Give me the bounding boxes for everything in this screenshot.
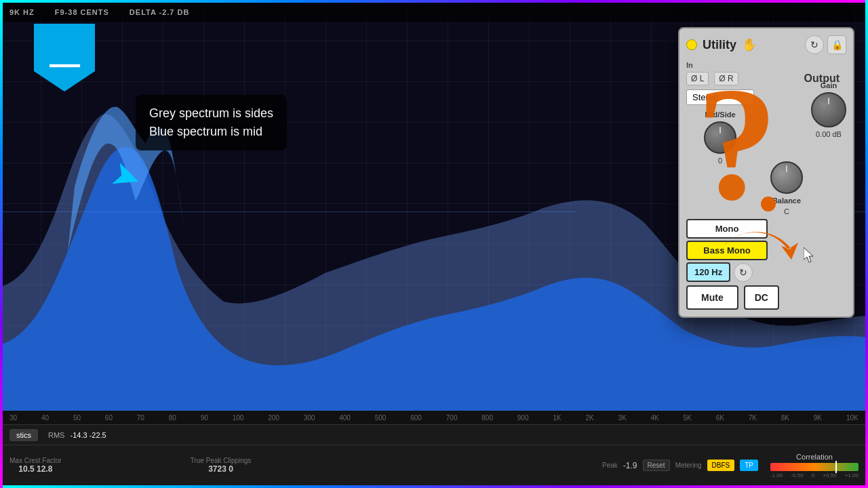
mono-button[interactable]: Mono <box>686 219 768 239</box>
bass-mono-button[interactable]: Bass Mono <box>686 241 768 260</box>
freq-label-500: 500 <box>375 414 387 422</box>
correlation-scale: -1.00 -0.50 0 +0.50 +1.00 <box>770 472 859 479</box>
freq-label-10K: 10K <box>846 414 859 422</box>
freq-label-30: 30 <box>9 414 17 422</box>
rainbow-border-right <box>865 0 868 488</box>
freq-label-9K: 9K <box>814 414 822 422</box>
phase-r-button[interactable]: Ø R <box>714 72 738 85</box>
phase-l-button[interactable]: Ø L <box>686 72 709 85</box>
utility-panel: Utility ✋ ↻ 🔒 Output In Ø L Ø R Stereo M… <box>678 27 854 318</box>
note-label: F9-38 CENTS <box>55 8 109 16</box>
mid-value: 0 <box>718 157 722 165</box>
status-bar-top: stics RMS -14.3 -22.5 <box>3 425 865 445</box>
gain-section: Gain 0.00 dB <box>811 81 846 138</box>
rms-value: -14.3 -22.5 <box>71 431 106 439</box>
phase-buttons-row: Ø L Ø R <box>686 72 754 85</box>
freq-label-300: 300 <box>304 414 315 422</box>
max-crest-block: Max Crest Factor 10.5 12.8 <box>9 457 62 474</box>
hz-button[interactable]: 120 Hz <box>686 262 730 282</box>
utility-power-dot[interactable] <box>686 39 697 50</box>
callout-line1: Grey spectrum is sides <box>149 104 273 123</box>
balance-value: C <box>784 207 789 216</box>
metering-label: Metering <box>675 462 702 469</box>
freq-label-8K: 8K <box>781 414 789 422</box>
true-peak-label: True Peak Clippings <box>191 457 252 464</box>
freq-labels: 3040506070809010020030040050060070080090… <box>9 414 859 422</box>
frequency-axis: 3040506070809010020030040050060070080090… <box>3 411 865 424</box>
rainbow-border-left <box>0 0 3 488</box>
mid-side-knob-container: Mid/Side 0 <box>686 110 754 165</box>
freq-label-6K: 6K <box>716 414 724 422</box>
freq-label-2K: 2K <box>585 414 593 422</box>
top-bar: 9K HZ F9-38 CENTS DELTA -2.7 DB <box>3 3 865 22</box>
gain-knob[interactable] <box>811 92 846 127</box>
delta-label: DELTA -2.7 DB <box>130 8 190 16</box>
freq-label-900: 900 <box>517 414 529 422</box>
mute-dc-row: Mute DC <box>686 285 846 310</box>
corr-scale-3: 0 <box>812 472 814 479</box>
freq-label-5K: 5K <box>684 414 692 422</box>
utility-lock-button[interactable]: 🔒 <box>827 35 846 54</box>
output-label: Output <box>804 73 840 85</box>
freq-label-40: 40 <box>41 414 49 422</box>
mid-side-label: Mid/Side <box>705 110 735 119</box>
dbfs-button[interactable]: DBFS <box>707 460 735 471</box>
hz-cycle-button[interactable]: ↻ <box>734 263 753 282</box>
channel-select-container[interactable]: Stereo <box>686 89 754 105</box>
callout-bubble: Grey spectrum is sides Blue spectrum is … <box>136 95 287 150</box>
freq-label-1K: 1K <box>553 414 561 422</box>
tp-button[interactable]: TP <box>740 460 758 471</box>
utility-title: Utility <box>703 38 736 52</box>
freq-label-70: 70 <box>137 414 144 422</box>
mid-side-indicator <box>719 127 721 134</box>
reset-button[interactable]: Reset <box>643 460 670 471</box>
input-label: In <box>686 61 754 69</box>
utility-header-buttons: ↻ 🔒 <box>805 35 846 54</box>
balance-label: Balance <box>772 197 801 205</box>
rainbow-border-bottom <box>0 485 868 488</box>
balance-knob[interactable] <box>770 161 803 194</box>
freq-label-600: 600 <box>410 414 422 422</box>
true-peak-block: True Peak Clippings 3723 0 <box>191 457 252 474</box>
corr-scale-4: +0.50 <box>823 472 836 479</box>
true-peak-value: 3723 0 <box>208 464 233 474</box>
mute-button[interactable]: Mute <box>686 285 738 310</box>
hz-label: 9K HZ <box>9 8 35 16</box>
mono-buttons: Mono Bass Mono 120 Hz ↻ <box>686 219 846 282</box>
hand-icon: ✋ <box>742 37 757 52</box>
dc-button[interactable]: DC <box>744 285 779 310</box>
max-crest-label: Max Crest Factor <box>9 457 62 464</box>
freq-label-7K: 7K <box>749 414 757 422</box>
corr-scale-1: -1.00 <box>770 472 783 479</box>
utility-refresh-button[interactable]: ↻ <box>805 35 824 54</box>
rms-label: RMS <box>48 431 64 439</box>
status-bar-bottom: Max Crest Factor 10.5 12.8 True Peak Cli… <box>3 445 865 485</box>
logo-shield: ⎯⎯ <box>34 24 95 92</box>
corr-scale-2: -0.50 <box>791 472 803 479</box>
correlation-meter <box>770 463 859 471</box>
callout-line2: Blue spectrum is mid <box>149 123 273 141</box>
input-section: In Ø L Ø R Stereo Mid/Side 0 <box>686 61 754 165</box>
correlation-label: Correlation <box>796 453 833 461</box>
channel-select[interactable]: Stereo <box>686 89 754 105</box>
status-bar: stics RMS -14.3 -22.5 Max Crest Factor 1… <box>3 424 865 485</box>
mid-side-knob[interactable] <box>704 121 736 154</box>
freq-label-4K: 4K <box>651 414 659 422</box>
utility-title-area: Utility ✋ <box>686 37 757 52</box>
gain-indicator <box>828 98 829 104</box>
utility-header: Utility ✋ ↻ 🔒 <box>686 35 846 54</box>
gain-value: 0.00 dB <box>816 130 842 138</box>
hz-row: 120 Hz ↻ <box>686 262 846 282</box>
freq-label-60: 60 <box>105 414 113 422</box>
shield-shape: ⎯⎯ <box>34 24 95 92</box>
gain-knob-container: Gain 0.00 dB <box>811 81 846 138</box>
logo-icon: ⎯⎯ <box>50 40 79 68</box>
stats-tab[interactable]: stics <box>9 429 38 441</box>
peak-label: Peak <box>602 462 618 469</box>
freq-label-3K: 3K <box>618 414 626 422</box>
peak-value: -1.9 <box>623 461 637 470</box>
freq-label-50: 50 <box>73 414 81 422</box>
rms-display: RMS -14.3 -22.5 <box>48 431 106 439</box>
mouse-cursor <box>804 247 817 264</box>
freq-label-800: 800 <box>481 414 493 422</box>
